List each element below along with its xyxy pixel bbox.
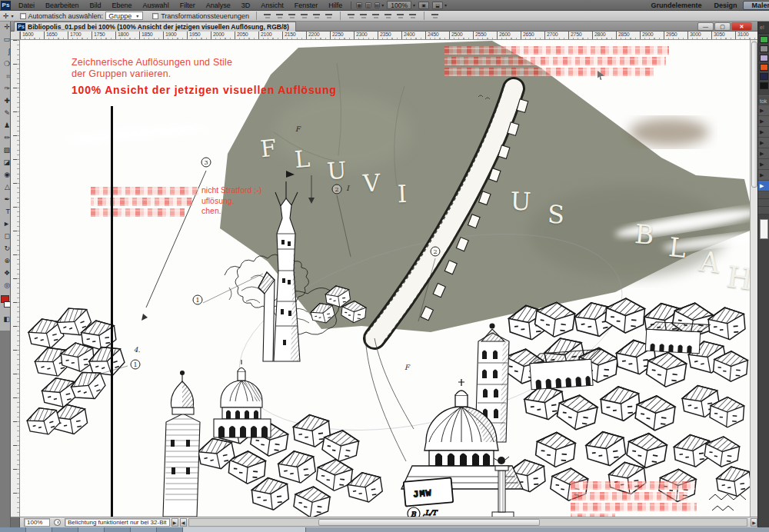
menu-item[interactable]: 3D <box>236 0 256 11</box>
history-brush-tool[interactable]: ✏ <box>0 132 11 145</box>
distribute-left-icon[interactable] <box>384 12 393 20</box>
workspace-active-button[interactable]: Malen <box>743 1 769 10</box>
vertical-scrollbar-thumb[interactable] <box>751 42 757 188</box>
chevron-down-icon[interactable]: ▾ <box>444 2 447 8</box>
workspace-grundelemente[interactable]: Grundelemente <box>644 2 707 9</box>
background-color-swatch[interactable] <box>4 301 11 308</box>
horizontal-scrollbar-thumb[interactable] <box>318 519 540 526</box>
3d-orbit-tool[interactable]: ⊕ <box>0 255 11 268</box>
color-swatch[interactable] <box>760 82 768 89</box>
view-extras-icon[interactable]: ▥ <box>365 2 371 8</box>
status-message[interactable]: Belichtung funktioniert nur bei 32-Bit <box>65 518 170 527</box>
auto-select-dropdown[interactable]: Gruppe▾ <box>105 12 143 20</box>
dodge-tool[interactable]: △ <box>0 181 11 194</box>
clone-stamp-tool[interactable]: ♟ <box>0 120 11 132</box>
panel-row[interactable]: ▶ <box>758 105 769 116</box>
healing-brush-tool[interactable]: ✚ <box>0 95 11 108</box>
menu-item[interactable]: Fenster <box>289 0 324 11</box>
minimize-button[interactable]: — <box>697 22 714 31</box>
distribute-center-h-icon[interactable] <box>396 12 405 20</box>
photoshop-window: Ps DateiBearbeitenBildEbeneAuswahlFilter… <box>0 0 769 532</box>
menu-item[interactable]: Ansicht <box>255 0 289 11</box>
brush-tool[interactable]: ✎ <box>0 108 11 120</box>
screen-mode-icon[interactable]: ⬓ <box>432 2 443 9</box>
vertical-scrollbar[interactable] <box>750 40 757 517</box>
auto-select-checkbox[interactable] <box>20 13 26 19</box>
3d-rotate-tool[interactable]: ↻ <box>0 243 11 255</box>
arrange-documents-icon[interactable]: ▣ <box>418 2 429 9</box>
align-right-icon[interactable] <box>288 12 297 20</box>
restore-button[interactable]: ▢ <box>714 22 731 31</box>
transform-controls-checkbox[interactable] <box>152 13 158 19</box>
panel-row[interactable]: ▶ <box>758 138 769 148</box>
panel-row[interactable]: ▶ <box>758 159 769 170</box>
status-expand-button[interactable]: ▶ <box>171 518 178 527</box>
align-center-v-icon[interactable] <box>312 12 321 20</box>
distribute-top-icon[interactable] <box>347 12 356 20</box>
menu-item[interactable]: Hilfe <box>323 0 348 11</box>
close-button[interactable]: ✕ <box>731 22 752 31</box>
distribute-right-icon[interactable] <box>408 12 418 20</box>
horizontal-scrollbar[interactable] <box>188 518 747 527</box>
panel-row[interactable]: ▶ <box>758 127 769 138</box>
type-tool[interactable]: T <box>0 206 11 218</box>
panel-tab-fragment[interactable]: el <box>758 22 769 34</box>
workspace-design[interactable]: Design <box>707 2 743 9</box>
align-bottom-icon[interactable] <box>325 12 334 20</box>
distribute-center-v-icon[interactable] <box>359 12 368 20</box>
shape-tool[interactable]: ◻ <box>0 231 11 243</box>
document-canvas[interactable]: JMW B ,L/T Zeichnerische Auflösungen und… <box>20 40 750 517</box>
panel-row[interactable]: ▶ <box>758 116 769 127</box>
artwork-letter: S <box>547 199 565 229</box>
document-tab[interactable]: Ps Bibliopolis_01.psd bei 100% (100% Ans… <box>14 22 296 32</box>
color-swatch[interactable] <box>760 73 768 80</box>
ruler-tick: 1650 <box>44 32 68 40</box>
scroll-left-button[interactable]: ◀ <box>180 518 187 527</box>
color-swatch[interactable] <box>760 55 768 62</box>
status-zoom-field[interactable]: 100% <box>24 518 50 527</box>
panel-row[interactable]: ▶ <box>758 170 769 181</box>
hand-tool[interactable]: ❖ <box>0 268 11 280</box>
zoom-tool[interactable]: ◎ <box>0 280 11 292</box>
blur-tool[interactable]: ◉ <box>0 169 11 181</box>
align-top-icon[interactable] <box>300 12 309 20</box>
lasso-tool[interactable]: ʃ <box>0 46 11 58</box>
align-center-h-icon[interactable] <box>275 12 285 20</box>
horizontal-ruler[interactable]: 1600165017001750180018501900195020002050… <box>20 32 757 40</box>
color-swatch[interactable] <box>760 45 768 52</box>
layer-thumbnail-fragment[interactable] <box>760 219 768 239</box>
color-swatch[interactable] <box>760 64 768 71</box>
auto-align-icon[interactable] <box>431 12 440 20</box>
eyedropper-tool[interactable]: ✑ <box>0 83 11 95</box>
guides-grid-icon[interactable]: ▤ <box>375 2 381 8</box>
crop-tool[interactable]: ⌗ <box>0 71 11 83</box>
panel-row[interactable]: ▶ <box>758 148 769 159</box>
scroll-right-button[interactable]: ▶ <box>751 518 757 527</box>
menu-item[interactable]: Bild <box>85 0 107 11</box>
chevron-down-icon[interactable]: ▾ <box>413 2 415 8</box>
chevron-down-icon[interactable]: ▾ <box>381 2 384 8</box>
menu-item[interactable]: Analyse <box>201 0 236 11</box>
move-tool[interactable]: ✛ <box>0 22 11 34</box>
menu-item[interactable]: Auswahl <box>138 0 175 11</box>
distribute-bottom-icon[interactable] <box>371 12 381 20</box>
marquee-tool[interactable]: ▭ <box>0 34 11 46</box>
color-swatch[interactable] <box>760 36 768 43</box>
zoom-level-control[interactable]: 100% <box>387 1 411 9</box>
path-select-tool[interactable]: ► <box>0 218 11 231</box>
divider <box>256 12 257 20</box>
menu-item[interactable]: Filter <box>175 0 201 11</box>
vertical-ruler[interactable] <box>11 40 20 517</box>
align-left-icon[interactable] <box>263 12 272 20</box>
chevron-down-icon[interactable]: ▾ <box>12 13 14 18</box>
panel-row-selected[interactable]: ▶ <box>758 181 769 191</box>
quick-select-tool[interactable]: ❍ <box>0 58 11 71</box>
launch-bridge-icon[interactable]: ▦ <box>356 2 362 8</box>
menu-item[interactable]: Datei <box>13 0 40 11</box>
pen-tool[interactable]: ✒ <box>0 194 11 206</box>
quick-mask-icon[interactable]: ◧ <box>0 314 11 326</box>
menu-item[interactable]: Bearbeiten <box>40 0 85 11</box>
gradient-tool[interactable]: ◪ <box>0 157 11 169</box>
eraser-tool[interactable]: ▨ <box>0 145 11 157</box>
menu-item[interactable]: Ebene <box>107 0 138 11</box>
